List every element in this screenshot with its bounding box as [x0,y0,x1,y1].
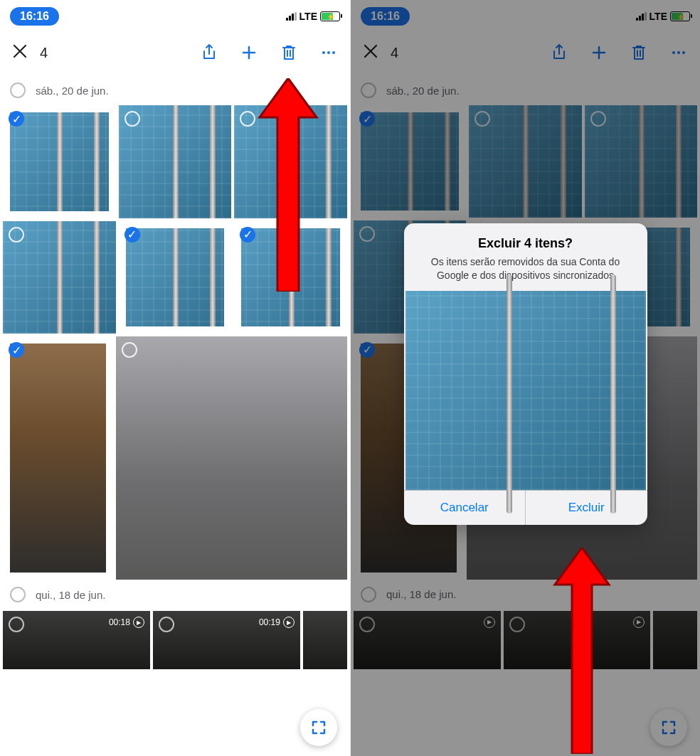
dialog-preview-image [405,291,646,490]
video-row: 00:18 ▶ 00:19 ▶ [0,611,350,669]
signal-icon [286,12,297,21]
annotation-arrow [249,78,327,292]
select-all-circle[interactable] [10,587,26,602]
video-thumb[interactable]: 00:19 ▶ [153,611,300,669]
time-pill: 16:16 [10,7,59,26]
select-all-circle[interactable] [10,82,26,98]
video-meta: 00:18 ▶ [109,617,144,628]
photo-thumb[interactable] [119,105,232,218]
unchecked-icon [122,342,137,358]
close-button[interactable] [13,43,27,63]
play-icon: ▶ [283,617,295,628]
unchecked-icon [124,111,140,127]
photo-grid-row3: ✓ [0,336,350,580]
screenshot-left: 16:16 LTE ⚡ 4 [0,0,350,756]
trash-icon[interactable] [280,44,297,61]
dialog-title: Excluir 4 itens? [420,236,632,251]
video-meta: 00:19 ▶ [259,617,295,628]
svg-point-2 [332,51,335,54]
add-icon[interactable] [240,44,258,61]
photo-thumb[interactable]: ✓ [119,221,232,334]
checked-icon: ✓ [9,111,24,127]
more-icon[interactable] [320,44,337,61]
selection-toolbar: 4 [0,33,350,73]
play-icon: ▶ [133,617,144,628]
date-label: sáb., 20 de jun. [36,85,109,97]
photo-thumb[interactable] [116,336,347,580]
fullscreen-fab[interactable] [300,709,337,746]
photo-thumb[interactable] [3,221,116,334]
status-indicators: LTE ⚡ [286,11,340,22]
annotation-arrow [546,548,617,754]
video-thumb[interactable]: 00:18 ▶ [3,611,150,669]
svg-point-1 [327,51,330,54]
video-duration: 00:18 [109,617,130,627]
unchecked-icon [159,617,174,632]
network-label: LTE [299,11,317,22]
checked-icon: ✓ [9,342,24,358]
status-bar: 16:16 LTE ⚡ [0,0,350,33]
date-section-header[interactable]: qui., 18 de jun. [0,580,350,608]
date-label: qui., 18 de jun. [36,589,105,601]
delete-confirm-dialog: Excluir 4 itens? Os itens serão removido… [404,223,647,525]
svg-point-0 [322,51,325,54]
photo-thumb[interactable]: ✓ [3,105,116,218]
video-duration: 00:19 [259,617,280,627]
unchecked-icon [9,227,24,243]
share-icon[interactable] [201,44,218,61]
photo-thumb[interactable]: ✓ [3,336,113,580]
unchecked-icon [9,617,24,632]
checked-icon: ✓ [124,227,140,243]
video-thumb[interactable] [303,611,347,669]
screenshot-right: 16:16 LTE ⚡ 4 sáb., 20 de jun. ✓ ✓ ✓ [350,0,700,756]
battery-icon: ⚡ [320,11,340,21]
selection-count: 4 [40,45,48,61]
